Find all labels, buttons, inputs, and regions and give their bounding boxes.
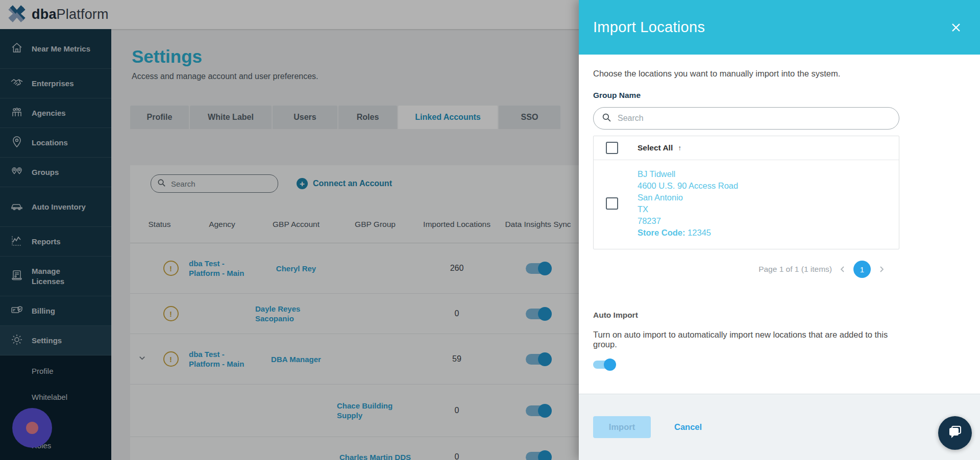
group-search	[593, 107, 899, 130]
select-all-row: Select All ↑	[594, 136, 899, 160]
location-list-item[interactable]: BJ Tidwell 4600 U.S. 90 Access Road San …	[594, 160, 899, 249]
search-icon	[602, 113, 611, 124]
location-address: 4600 U.S. 90 Access Road	[638, 180, 738, 192]
modal-header: Import Locations	[579, 0, 980, 55]
close-icon[interactable]	[949, 21, 963, 34]
app-root: dbaPlatform Near Me Metrics Enterprises …	[0, 0, 980, 460]
modal-description: Choose the locations you want to manuall…	[593, 69, 899, 79]
modal-body: Choose the locations you want to manuall…	[579, 55, 980, 394]
chat-bubble-icon	[946, 423, 964, 443]
auto-import-label: Auto Import	[593, 311, 899, 320]
auto-import-description: Turn on auto import to automatically imp…	[593, 330, 899, 349]
location-city: San Antonio	[638, 192, 738, 203]
pagination-label: Page 1 of 1 (1 items)	[758, 265, 832, 274]
modal-title: Import Locations	[593, 19, 949, 36]
store-code-label: Store Code:	[638, 228, 685, 237]
sort-ascending-icon[interactable]: ↑	[678, 144, 681, 152]
location-state: TX	[638, 203, 738, 215]
pagination-page-button[interactable]: 1	[853, 261, 871, 278]
cancel-button[interactable]: Cancel	[671, 422, 705, 432]
select-all-label[interactable]: Select All	[638, 143, 673, 152]
auto-import-toggle[interactable]	[593, 361, 615, 369]
group-search-input[interactable]	[617, 113, 891, 123]
modal-backdrop[interactable]	[0, 0, 579, 460]
import-button[interactable]: Import	[593, 416, 651, 438]
location-details: BJ Tidwell 4600 U.S. 90 Access Road San …	[638, 168, 738, 239]
modal-footer: Import Cancel	[579, 394, 980, 460]
pagination-prev-icon[interactable]	[839, 266, 846, 273]
store-code-value: 12345	[688, 228, 711, 237]
location-name: BJ Tidwell	[638, 168, 738, 180]
location-store-code: Store Code: 12345	[638, 227, 738, 239]
select-all-checkbox[interactable]	[606, 142, 618, 154]
location-zip: 78237	[638, 215, 738, 227]
locations-listbox: Select All ↑ BJ Tidwell 4600 U.S. 90 Acc…	[593, 136, 899, 249]
pagination: Page 1 of 1 (1 items) 1	[593, 261, 885, 278]
import-locations-modal: Import Locations Choose the locations yo…	[579, 0, 980, 460]
pagination-next-icon[interactable]	[878, 266, 885, 273]
group-name-label: Group Name	[593, 91, 899, 100]
location-checkbox[interactable]	[606, 197, 618, 210]
chat-launcher-button[interactable]	[938, 416, 972, 450]
